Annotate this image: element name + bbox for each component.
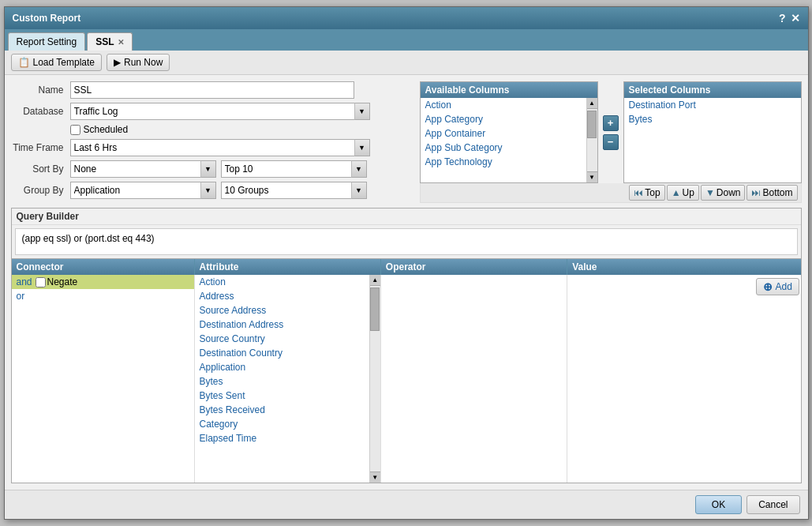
attr-scrollbar: ▲ ▼ xyxy=(369,275,380,483)
move-top-icon: ⏮ xyxy=(634,187,643,198)
name-row: Name xyxy=(11,81,413,99)
tab-bar: Report Setting SSL ✕ xyxy=(5,29,808,51)
attr-category[interactable]: Category xyxy=(195,417,369,431)
attr-application[interactable]: Application xyxy=(195,360,369,374)
add-label: Add xyxy=(775,281,791,292)
load-template-icon: 📋 xyxy=(18,57,30,68)
attribute-list: Action Address Source Address Destinatio… xyxy=(195,275,369,483)
available-columns-body: Action App Category App Container App Su… xyxy=(421,98,597,182)
selected-columns-title: Selected Columns xyxy=(629,85,711,96)
query-builder-box: Query Builder (app eq ssl) or (port.dst … xyxy=(11,208,802,259)
load-template-label: Load Template xyxy=(33,57,95,68)
left-form: Name Database Traffic Log ▼ xyxy=(11,81,413,203)
top-select[interactable]: Top 10 xyxy=(221,160,367,178)
move-bottom-button[interactable]: ⏭ Bottom xyxy=(747,185,797,201)
attr-dest-country[interactable]: Destination Country xyxy=(195,346,369,360)
avail-col-action[interactable]: Action xyxy=(421,98,586,112)
attr-source-country[interactable]: Source Country xyxy=(195,332,369,346)
sel-col-bytes[interactable]: Bytes xyxy=(624,112,801,126)
move-down-button[interactable]: ▼ Down xyxy=(701,185,746,201)
groups-select[interactable]: 10 Groups xyxy=(221,182,367,199)
value-column xyxy=(567,275,753,483)
attr-scroll-track xyxy=(370,286,380,472)
groupby-select[interactable]: Application xyxy=(70,182,216,199)
tab-ssl[interactable]: SSL ✕ xyxy=(87,32,132,51)
scheduled-text: Scheduled xyxy=(84,124,129,135)
attr-scroll-thumb[interactable] xyxy=(370,287,380,331)
avail-col-app-container[interactable]: App Container xyxy=(421,126,586,141)
timeframe-row: Time Frame Last 6 Hrs ▼ xyxy=(11,139,413,156)
query-builder-title: Query Builder xyxy=(12,209,801,225)
add-button[interactable]: ⊕ Add xyxy=(756,278,799,295)
avail-scroll-thumb[interactable] xyxy=(587,111,597,138)
name-input[interactable] xyxy=(70,81,354,99)
add-button-area: ⊕ Add xyxy=(753,275,800,483)
avail-col-app-sub-category[interactable]: App Sub Category xyxy=(421,141,586,155)
run-now-button[interactable]: ▶ Run Now xyxy=(107,54,170,71)
attr-scroll-up[interactable]: ▲ xyxy=(370,275,380,286)
move-top-label: Top xyxy=(645,187,660,198)
groups-select-wrap: 10 Groups ▼ xyxy=(221,182,367,199)
transfer-add-button[interactable]: + xyxy=(603,115,619,131)
negate-checkbox[interactable] xyxy=(36,277,46,287)
selected-columns-panel: Selected Columns Destination Port Bytes xyxy=(623,81,802,183)
database-select[interactable]: Traffic Log xyxy=(70,103,370,120)
connector-and[interactable]: and Negate xyxy=(12,275,194,289)
custom-report-dialog: Custom Report ? ✕ Report Setting SSL ✕ 📋… xyxy=(4,6,809,520)
avail-scroll-down[interactable]: ▼ xyxy=(587,171,597,182)
attr-bytes[interactable]: Bytes xyxy=(195,374,369,389)
connector-and-text[interactable]: and xyxy=(17,276,32,287)
available-columns-title: Available Columns xyxy=(425,85,510,96)
close-icon[interactable]: ✕ xyxy=(791,12,800,24)
attr-source-address[interactable]: Source Address xyxy=(195,303,369,317)
attr-address[interactable]: Address xyxy=(195,289,369,303)
connector-or-text[interactable]: or xyxy=(17,291,25,302)
negate-check: Negate xyxy=(36,276,78,287)
available-columns-panel: Available Columns Action App Category Ap… xyxy=(420,81,598,183)
attr-bytes-received[interactable]: Bytes Received xyxy=(195,403,369,417)
groupby-label: Group By xyxy=(11,185,70,196)
attr-elapsed-time[interactable]: Elapsed Time xyxy=(195,431,369,445)
query-table-header: Connector Attribute Operator Value xyxy=(12,259,801,275)
avail-scroll-up[interactable]: ▲ xyxy=(587,98,597,109)
form-columns-section: Name Database Traffic Log ▼ xyxy=(11,81,802,203)
sortby-select[interactable]: None xyxy=(70,160,216,178)
cancel-button[interactable]: Cancel xyxy=(747,495,799,514)
tab-report-setting[interactable]: Report Setting xyxy=(8,32,86,51)
attr-dest-address[interactable]: Destination Address xyxy=(195,317,369,332)
name-label: Name xyxy=(11,85,70,96)
ok-button[interactable]: OK xyxy=(695,495,742,514)
timeframe-select[interactable]: Last 6 Hrs xyxy=(70,139,370,156)
columns-area: Available Columns Action App Category Ap… xyxy=(420,81,802,203)
attribute-column: Action Address Source Address Destinatio… xyxy=(195,275,381,483)
avail-col-app-category[interactable]: App Category xyxy=(421,112,586,126)
attr-scroll-down[interactable]: ▼ xyxy=(370,472,380,483)
move-up-button[interactable]: ▲ Up xyxy=(667,185,699,201)
scheduled-row: Scheduled xyxy=(11,124,413,135)
avail-col-app-technology[interactable]: App Technology xyxy=(421,155,586,169)
load-template-button[interactable]: 📋 Load Template xyxy=(11,54,103,71)
transfer-remove-button[interactable]: − xyxy=(603,134,619,150)
sel-col-dest-port[interactable]: Destination Port xyxy=(624,98,801,112)
scheduled-checkbox[interactable] xyxy=(70,125,80,135)
groupby-select-wrap: Application ▼ xyxy=(70,182,216,199)
move-buttons-row: ⏮ Top ▲ Up ▼ Down ⏭ Bottom xyxy=(420,183,802,203)
help-icon[interactable]: ? xyxy=(779,12,786,24)
attr-bytes-sent[interactable]: Bytes Sent xyxy=(195,389,369,403)
transfer-buttons: + − xyxy=(603,81,619,183)
bottom-bar: OK Cancel xyxy=(5,490,808,519)
connector-or[interactable]: or xyxy=(12,289,194,303)
scheduled-label[interactable]: Scheduled xyxy=(70,124,129,135)
move-top-button[interactable]: ⏮ Top xyxy=(629,185,664,201)
database-label: Database xyxy=(11,106,70,117)
main-content: Name Database Traffic Log ▼ xyxy=(5,75,808,490)
add-icon: ⊕ xyxy=(763,280,773,293)
sortby-selects: None ▼ Top 10 ▼ xyxy=(70,160,367,178)
database-select-wrap: Traffic Log ▼ xyxy=(70,103,370,120)
query-table: Connector Attribute Operator Value xyxy=(11,259,802,483)
query-table-body: and Negate or Action xyxy=(12,275,801,483)
attribute-header: Attribute xyxy=(195,259,381,275)
attr-action[interactable]: Action xyxy=(195,275,369,289)
tab-ssl-close[interactable]: ✕ xyxy=(118,38,124,47)
title-bar: Custom Report ? ✕ xyxy=(5,7,808,29)
